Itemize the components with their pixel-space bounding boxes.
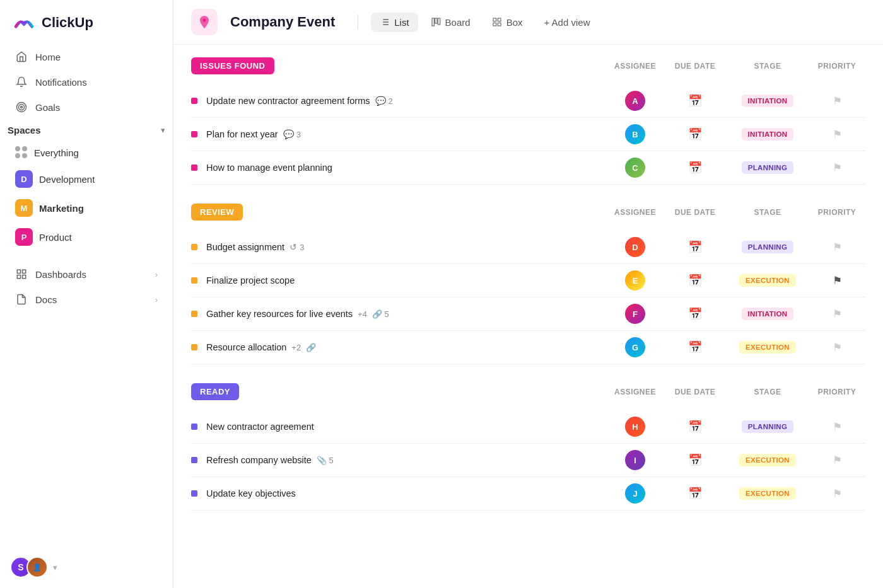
task-row[interactable]: Refresh company website 📎 5 I 📅 EXECUTIO…	[191, 444, 865, 477]
task-row[interactable]: Plan for next year 💬 3 B 📅 INITIATION ⚑	[191, 118, 865, 151]
task-row[interactable]: Gather key resources for live events +4 …	[191, 297, 865, 331]
nav-docs[interactable]: Docs ›	[8, 287, 165, 312]
add-view-button[interactable]: + Add view	[535, 13, 599, 32]
calendar-icon: 📅	[688, 274, 702, 287]
space-item-marketing[interactable]: M Marketing	[8, 193, 165, 222]
flag-icon: ⚑	[833, 341, 842, 354]
space-item-product[interactable]: P Product	[8, 222, 165, 251]
task-row[interactable]: Update key objectives J 📅 EXECUTION ⚑	[191, 477, 865, 510]
attach-badge: 📎 5	[317, 456, 334, 465]
col-priority-label: PRIORITY	[809, 208, 865, 217]
stage-badge: PLANNING	[742, 420, 793, 433]
task-assignee: H	[607, 417, 664, 437]
stage-badge: EXECUTION	[739, 341, 796, 354]
task-duedate[interactable]: 📅	[664, 274, 727, 287]
sidebar-footer: S 👤 ▾	[0, 546, 173, 588]
project-icon	[197, 14, 212, 30]
task-row[interactable]: Finalize project scope E 📅 EXECUTION ⚑	[191, 264, 865, 297]
header-divider	[358, 14, 358, 30]
task-row[interactable]: Update new contractor agreement forms 💬 …	[191, 84, 865, 118]
flag-icon: ⚑	[833, 95, 842, 108]
user-avatars[interactable]: S 👤	[10, 556, 48, 578]
col-duedate-label: DUE DATE	[664, 388, 727, 396]
task-dot	[191, 311, 197, 317]
task-priority[interactable]: ⚑	[809, 341, 865, 354]
task-row[interactable]: Resource allocation +2 🔗 G 📅 EXECUTION ⚑	[191, 331, 865, 364]
space-item-development[interactable]: D Development	[8, 164, 165, 193]
task-assignee: C	[607, 158, 664, 178]
task-priority[interactable]: ⚑	[809, 308, 865, 321]
nav-dashboards[interactable]: Dashboards ›	[8, 262, 165, 287]
group-ready-label[interactable]: READY	[191, 383, 239, 400]
task-duedate[interactable]: 📅	[664, 127, 727, 141]
flag-icon: ⚑	[833, 487, 842, 500]
task-priority[interactable]: ⚑	[809, 128, 865, 141]
task-dot	[191, 424, 197, 430]
col-stage-label: STAGE	[727, 208, 809, 217]
tab-box[interactable]: Box	[483, 13, 532, 32]
task-priority[interactable]: ⚑	[809, 161, 865, 175]
space-item-everything[interactable]: Everything	[8, 141, 165, 164]
task-duedate[interactable]: 📅	[664, 94, 727, 108]
task-duedate[interactable]: 📅	[664, 340, 727, 354]
extra-assignees: +4	[358, 309, 367, 319]
nav-goals[interactable]: Goals	[8, 95, 165, 120]
flag-icon: ⚑	[833, 420, 842, 434]
flag-icon: ⚑	[833, 241, 842, 254]
flag-icon: ⚑	[833, 161, 842, 175]
group-issues-label[interactable]: ISSUES FOUND	[191, 57, 274, 74]
task-name: Update new contractor agreement forms 💬 …	[206, 96, 607, 106]
spaces-list: Everything D Development M Marketing P P…	[0, 141, 173, 251]
group-ready-header: READY ASSIGNEE DUE DATE STAGE PRIORITY	[191, 383, 865, 400]
stage-badge: INITIATION	[742, 308, 794, 320]
task-row[interactable]: Budget assignment ↺ 3 D 📅 PLANNING ⚑	[191, 231, 865, 264]
task-assignee: E	[607, 270, 664, 291]
marketing-icon: M	[15, 199, 33, 217]
task-name: New contractor agreement	[206, 422, 607, 432]
task-duedate[interactable]: 📅	[664, 420, 727, 434]
svg-rect-6	[23, 275, 26, 279]
calendar-icon: 📅	[688, 487, 702, 500]
task-priority[interactable]: ⚑	[809, 241, 865, 254]
task-duedate[interactable]: 📅	[664, 453, 727, 467]
task-row[interactable]: New contractor agreement H 📅 PLANNING ⚑	[191, 410, 865, 444]
space-product-label: Product	[39, 232, 72, 243]
calendar-icon: 📅	[688, 94, 702, 108]
task-stage: EXECUTION	[727, 487, 809, 500]
task-duedate[interactable]: 📅	[664, 161, 727, 175]
task-priority[interactable]: ⚑	[809, 420, 865, 434]
task-row[interactable]: How to manage event planning C 📅 PLANNIN…	[191, 151, 865, 185]
calendar-icon: 📅	[688, 420, 702, 434]
nav-notifications[interactable]: Notifications	[8, 69, 165, 95]
page-title: Company Event	[230, 14, 335, 30]
svg-point-3	[21, 107, 23, 108]
task-priority[interactable]: ⚑	[809, 487, 865, 500]
tab-box-label: Box	[506, 17, 523, 28]
task-name: Plan for next year 💬 3	[206, 129, 607, 139]
task-duedate[interactable]: 📅	[664, 240, 727, 254]
task-duedate[interactable]: 📅	[664, 307, 727, 321]
svg-rect-16	[435, 18, 436, 23]
add-view-label: + Add view	[544, 17, 590, 28]
flag-icon: ⚑	[833, 308, 842, 321]
task-name: Budget assignment ↺ 3	[206, 242, 607, 252]
svg-point-8	[203, 19, 206, 22]
tab-board[interactable]: Board	[422, 13, 479, 32]
task-priority[interactable]: ⚑	[809, 274, 865, 287]
link-icon: 🔗	[306, 343, 316, 352]
group-issues-found: ISSUES FOUND ASSIGNEE DUE DATE STAGE PRI…	[191, 57, 865, 185]
task-duedate[interactable]: 📅	[664, 487, 727, 500]
tab-list[interactable]: List	[371, 13, 418, 32]
task-priority[interactable]: ⚑	[809, 95, 865, 108]
nav-goals-label: Goals	[35, 102, 60, 113]
col-stage-label: STAGE	[727, 62, 809, 71]
task-dot	[191, 490, 197, 497]
nav-home[interactable]: Home	[8, 44, 165, 69]
task-priority[interactable]: ⚑	[809, 454, 865, 467]
space-development-label: Development	[39, 174, 95, 185]
nav-notifications-label: Notifications	[35, 77, 87, 88]
logo-area: ClickUp	[0, 0, 173, 44]
spaces-section-header[interactable]: Spaces ▾	[0, 120, 173, 141]
task-stage: EXECUTION	[727, 341, 809, 354]
group-review-label[interactable]: REVIEW	[191, 204, 243, 221]
